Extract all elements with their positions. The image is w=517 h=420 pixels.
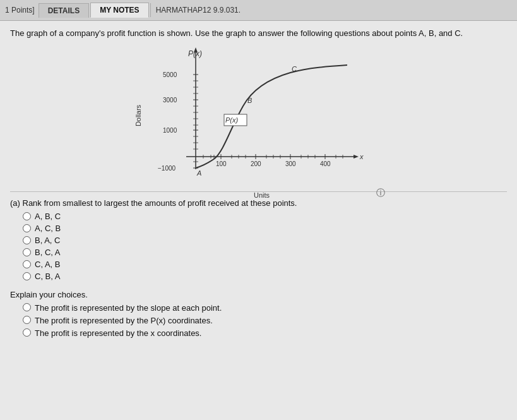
svg-text:400: 400 [320,160,331,167]
radio-label-1: A, C, B [35,224,61,233]
svg-text:1000: 1000 [163,127,177,134]
radio-circle-3[interactable] [23,248,31,256]
svg-text:A: A [196,169,201,177]
explain-label-0: The profit is represented by the slope a… [35,303,222,313]
svg-text:P(x): P(x) [188,49,202,58]
explain-label-2: The profit is represented by the x coord… [35,328,201,338]
radio-item-5[interactable]: C, B, A [23,272,507,281]
radio-label-0: A, B, C [35,212,61,221]
radio-label-2: B, A, C [35,236,60,245]
question-description: The graph of a company's profit function… [10,27,507,40]
points-label: 1 Points] [5,6,35,15]
radio-group-part-a: A, B, C A, C, B B, A, C B, C, A C, A, B … [23,212,507,281]
part-a-section: (a) Rank from smallest to largest the am… [10,198,507,281]
explain-label-1: The profit is represented by the P(x) co… [35,316,213,325]
radio-item-4[interactable]: C, A, B [23,260,507,269]
explain-section: Explain your choices. The profit is repr… [10,290,507,338]
radio-label-4: C, A, B [35,260,60,269]
explain-item-2[interactable]: The profit is represented by the x coord… [23,328,507,338]
radio-item-2[interactable]: B, A, C [23,236,507,245]
explain-options: The profit is represented by the slope a… [23,303,507,338]
tab-divider [150,3,151,17]
x-axis-label: Units [254,191,270,199]
part-a-title: (a) Rank from smallest to largest the am… [10,198,507,208]
graph-area: Dollars P(x) 5000 3000 [10,46,507,185]
svg-text:100: 100 [216,160,227,167]
radio-circle-2[interactable] [23,236,31,244]
tab-mynotes[interactable]: MY NOTES [90,3,148,18]
svg-text:P(x): P(x) [225,116,239,124]
explain-title: Explain your choices. [10,290,507,299]
svg-text:B: B [247,97,252,104]
svg-text:5000: 5000 [163,71,177,78]
svg-text:200: 200 [251,160,261,167]
radio-label-5: C, B, A [35,272,60,281]
svg-text:C: C [292,65,297,73]
explain-item-1[interactable]: The profit is represented by the P(x) co… [23,316,507,325]
y-side-label: Dollars [134,104,142,126]
harmathap-label: HARMATHAP12 9.9.031. [156,6,241,15]
svg-text:300: 300 [285,160,296,167]
svg-text:x: x [359,153,364,160]
main-content: The graph of a company's profit function… [0,21,517,344]
radio-item-3[interactable]: B, C, A [23,248,507,257]
explain-item-0[interactable]: The profit is represented by the slope a… [23,303,507,313]
radio-circle-4[interactable] [23,260,31,268]
explain-radio-1[interactable] [23,316,31,324]
svg-marker-2 [354,155,359,159]
graph-container: Dollars P(x) 5000 3000 [152,46,366,185]
radio-label-3: B, C, A [35,248,60,257]
graph-svg: P(x) 5000 3000 1000 −1000 100 [152,46,366,185]
radio-item-0[interactable]: A, B, C [23,212,507,221]
radio-circle-0[interactable] [23,212,31,220]
radio-circle-1[interactable] [23,224,31,232]
tab-details[interactable]: DETAILS [39,3,89,18]
radio-item-1[interactable]: A, C, B [23,224,507,233]
info-icon[interactable]: ⓘ [376,188,385,199]
svg-text:−1000: −1000 [158,165,176,172]
radio-circle-5[interactable] [23,272,31,280]
explain-radio-2[interactable] [23,328,31,337]
explain-radio-0[interactable] [23,303,31,311]
top-bar: 1 Points] DETAILS MY NOTES HARMATHAP12 9… [0,0,517,21]
svg-text:3000: 3000 [163,97,177,104]
